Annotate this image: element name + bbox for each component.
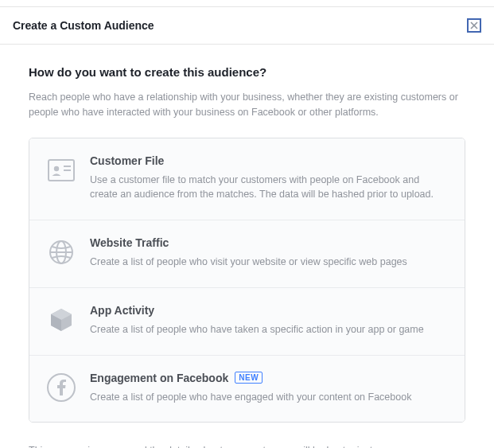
option-engagement-facebook[interactable]: Engagement on Facebook NEW Create a list… <box>29 356 465 423</box>
globe-icon <box>47 238 76 267</box>
question-heading: How do you want to create this audience? <box>29 65 465 79</box>
option-desc: Create a list of people who have engaged… <box>90 390 447 405</box>
option-text: Engagement on Facebook NEW Create a list… <box>90 372 447 405</box>
svg-rect-2 <box>64 166 71 167</box>
modal-title: Create a Custom Audience <box>13 19 154 32</box>
svg-rect-3 <box>64 169 71 171</box>
option-title: Website Traffic <box>90 236 169 249</box>
option-title: Engagement on Facebook <box>90 372 228 384</box>
question-subtext: Reach people who have a relationship wit… <box>29 90 465 120</box>
option-desc: Create a list of people who visit your w… <box>90 255 447 270</box>
new-badge: NEW <box>235 372 263 384</box>
options-list: Customer File Use a customer file to mat… <box>29 138 465 423</box>
option-customer-file[interactable]: Customer File Use a customer file to mat… <box>29 138 465 221</box>
option-title: App Activity <box>90 304 154 317</box>
modal-header: Create a Custom Audience <box>0 6 494 45</box>
option-desc: Create a list of people who have taken a… <box>90 322 447 337</box>
modal-body: How do you want to create this audience?… <box>0 45 494 430</box>
cube-icon <box>47 306 76 334</box>
option-text: Customer File Use a customer file to mat… <box>90 154 447 203</box>
option-desc: Use a customer file to match your custom… <box>90 173 447 203</box>
create-custom-audience-modal: Create a Custom Audience How do you want… <box>0 6 494 448</box>
close-icon <box>470 21 478 29</box>
close-button[interactable] <box>467 18 481 33</box>
id-card-icon <box>47 156 76 185</box>
option-website-traffic[interactable]: Website Traffic Create a list of people … <box>29 220 465 288</box>
footer-note: This process is secure and the details a… <box>0 430 494 448</box>
option-text: Website Traffic Create a list of people … <box>90 236 447 270</box>
option-title: Customer File <box>90 154 164 167</box>
option-app-activity[interactable]: App Activity Create a list of people who… <box>29 288 465 356</box>
facebook-icon <box>47 373 76 402</box>
option-text: App Activity Create a list of people who… <box>90 304 447 337</box>
svg-point-1 <box>54 166 59 170</box>
